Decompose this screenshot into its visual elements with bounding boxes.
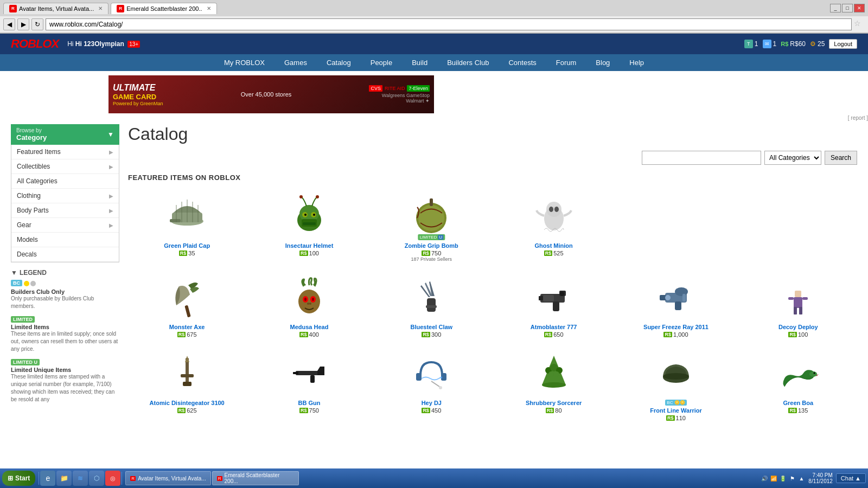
item-name: Bluesteel Claw bbox=[376, 324, 487, 330]
refresh-button[interactable]: ↻ bbox=[31, 18, 43, 30]
arrow-icon: ▶ bbox=[109, 208, 113, 214]
page-title: Catalog bbox=[128, 124, 857, 144]
item-green-boa[interactable]: Green Boa R$ 135 bbox=[739, 345, 857, 425]
item-name: Insectaur Helmet bbox=[253, 242, 365, 249]
item-monster-axe[interactable]: Monster Axe R$ 675 bbox=[128, 269, 246, 341]
item-price: R$ 750 bbox=[376, 250, 487, 256]
sidebar-item-gear[interactable]: Gear ▶ bbox=[11, 218, 119, 233]
item-img bbox=[774, 273, 822, 322]
sidebar-item-decals[interactable]: Decals bbox=[11, 247, 119, 262]
item-zombie-grip-bomb[interactable]: LIMITED U Zombie Grip Bomb R$ 750 187 Pr… bbox=[373, 188, 490, 265]
back-button[interactable]: ◀ bbox=[3, 18, 15, 30]
item-name: Decoy Deploy bbox=[743, 324, 854, 330]
item-decoy-deploy[interactable]: Decoy Deploy R$ 100 bbox=[739, 269, 857, 341]
bookmark-icon[interactable]: ☆ bbox=[854, 19, 865, 30]
item-bb-gun[interactable]: BB Gun R$ 750 bbox=[250, 345, 368, 425]
tab-2-close[interactable]: ✕ bbox=[207, 5, 211, 11]
item-front-line-warrior[interactable]: BC 🪙🪙 Front Line Warrior R$ 110 bbox=[617, 345, 735, 425]
site-logo: ROBLOX bbox=[11, 37, 59, 51]
minimize-button[interactable]: _ bbox=[830, 4, 841, 12]
report-link[interactable]: [ report ] bbox=[848, 115, 868, 121]
catalog-area: Catalog All Categories Search FEATURED I… bbox=[128, 124, 857, 425]
nav-myroblox[interactable]: My ROBLOX bbox=[214, 54, 275, 71]
item-atmoblaster[interactable]: Atmoblaster 777 R$ 650 bbox=[495, 269, 612, 341]
svg-rect-60 bbox=[416, 373, 422, 381]
svg-rect-17 bbox=[303, 222, 316, 225]
sidebar-item-allcategories[interactable]: All Categories bbox=[11, 174, 119, 189]
nav-forum[interactable]: Forum bbox=[546, 54, 586, 71]
sidebar-category-header[interactable]: Browse by Category ▼ bbox=[11, 124, 119, 145]
item-hey-dj[interactable]: Hey DJ R$ 450 bbox=[373, 345, 490, 425]
close-button[interactable]: ✕ bbox=[854, 4, 865, 12]
forward-button[interactable]: ▶ bbox=[17, 18, 29, 30]
svg-rect-47 bbox=[794, 297, 802, 308]
message-icon: ✉ bbox=[763, 40, 771, 48]
maximize-button[interactable]: □ bbox=[842, 4, 853, 12]
nav-games[interactable]: Games bbox=[275, 54, 317, 71]
tab-1-close[interactable]: ✕ bbox=[98, 5, 103, 11]
legend-limited: LIMITED Limited Items These items are in… bbox=[11, 314, 119, 353]
item-medusa-head[interactable]: Medusa Head R$ 400 bbox=[250, 269, 368, 341]
svg-point-24 bbox=[554, 207, 559, 212]
nav-build[interactable]: Build bbox=[402, 54, 437, 71]
limited-tag: LIMITED U bbox=[418, 234, 445, 240]
item-price: R$ 650 bbox=[498, 331, 609, 338]
item-green-plaid-cap[interactable]: Green Plaid Cap R$ 35 bbox=[128, 188, 246, 265]
item-insectaur-helmet[interactable]: Insectaur Helmet R$ 100 bbox=[250, 188, 368, 265]
nav-people[interactable]: People bbox=[361, 54, 402, 71]
logout-button[interactable]: Logout bbox=[829, 39, 857, 49]
item-name: Zombie Grip Bomb bbox=[376, 242, 487, 249]
section-title: FEATURED ITEMS ON ROBLOX bbox=[128, 174, 857, 182]
svg-point-11 bbox=[316, 195, 319, 198]
limited-u-icon: U bbox=[438, 235, 443, 240]
svg-rect-33 bbox=[427, 298, 436, 312]
item-img bbox=[285, 273, 334, 322]
item-name: Shrubbery Sorcerer bbox=[498, 400, 609, 406]
svg-point-65 bbox=[542, 382, 566, 388]
item-shrubbery-sorcerer[interactable]: Shrubbery Sorcerer R$ 80 bbox=[495, 345, 612, 425]
svg-rect-46 bbox=[682, 294, 686, 301]
category-select[interactable]: All Categories bbox=[764, 151, 821, 165]
item-img bbox=[529, 349, 578, 397]
bc-badge: BC bbox=[11, 280, 22, 286]
item-bluesteel-claw[interactable]: Bluesteel Claw R$ 300 bbox=[373, 269, 490, 341]
item-name: Ghost Minion bbox=[498, 242, 609, 249]
tab-1[interactable]: R Avatar Items, Virtual Avata... ✕ bbox=[3, 3, 108, 14]
svg-point-74 bbox=[814, 373, 815, 374]
sidebar-item-featured[interactable]: Featured Items ▶ bbox=[11, 145, 119, 159]
svg-rect-52 bbox=[802, 297, 808, 300]
nav-builders-club[interactable]: Builders Club bbox=[437, 54, 499, 71]
ticket-icon: T bbox=[744, 40, 753, 48]
item-empty-2 bbox=[739, 188, 857, 265]
gold-coin-icon bbox=[24, 281, 29, 286]
item-price: R$ 135 bbox=[743, 407, 854, 414]
item-img bbox=[774, 349, 822, 397]
tab-2[interactable]: R Emerald Scatterblaster 200... ✕ bbox=[111, 3, 217, 14]
item-ghost-minion[interactable]: Ghost Minion R$ 525 bbox=[495, 188, 612, 265]
ad-inner: ULTIMATE GAME CARD Powered by GreenMan O… bbox=[108, 75, 434, 113]
nav-blog[interactable]: Blog bbox=[586, 54, 620, 71]
item-atomic-disintegeator[interactable]: Atomic Disintegeator 3100 R$ 625 bbox=[128, 345, 246, 425]
sidebar-item-clothing[interactable]: Clothing ▶ bbox=[11, 189, 119, 203]
search-button[interactable]: Search bbox=[825, 151, 857, 165]
tab-new[interactable] bbox=[219, 6, 229, 10]
item-name: Monster Axe bbox=[131, 324, 242, 330]
nav-help[interactable]: Help bbox=[620, 54, 654, 71]
sidebar-item-bodyparts[interactable]: Body Parts ▶ bbox=[11, 203, 119, 218]
svg-point-72 bbox=[663, 373, 689, 380]
sidebar-item-collectibles[interactable]: Collectibles ▶ bbox=[11, 159, 119, 174]
item-price: R$ 1,000 bbox=[620, 331, 731, 338]
nav-catalog[interactable]: Catalog bbox=[317, 54, 361, 71]
ad-left: ULTIMATE GAME CARD Powered by GreenMan bbox=[113, 83, 163, 106]
sidebar-item-models[interactable]: Models bbox=[11, 233, 119, 247]
item-img bbox=[529, 273, 578, 322]
search-input[interactable] bbox=[642, 151, 761, 165]
nav-contests[interactable]: Contests bbox=[499, 54, 546, 71]
item-super-freeze-ray[interactable]: Super Freeze Ray 2011 R$ 1,000 bbox=[617, 269, 735, 341]
svg-rect-56 bbox=[183, 382, 192, 386]
site-header: ROBLOX Hi Hi 123Olympian 13+ T 1 ✉ 1 R$ … bbox=[0, 34, 868, 54]
arrow-icon: ▶ bbox=[109, 164, 113, 170]
address-bar[interactable] bbox=[46, 18, 852, 30]
tab-2-icon: R bbox=[117, 5, 124, 12]
category-arrow-icon: ▼ bbox=[107, 131, 114, 138]
